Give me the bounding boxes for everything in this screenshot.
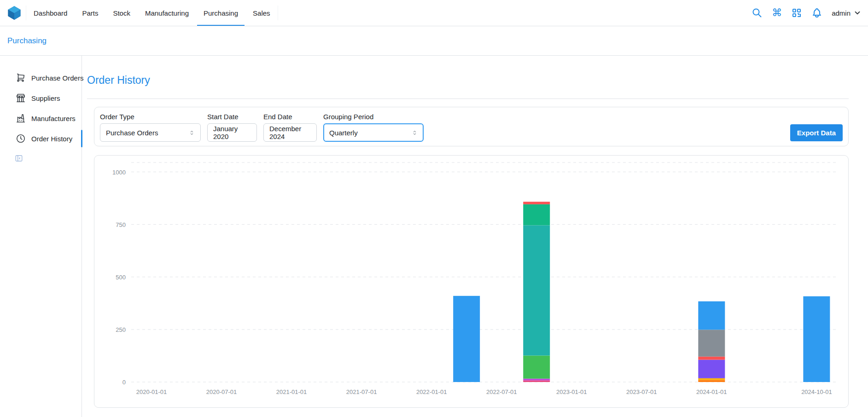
selector-icon: [189, 130, 195, 136]
bar-segment: [698, 301, 725, 330]
nav-tab-purchasing[interactable]: Purchasing: [196, 0, 245, 26]
bar-segment: [523, 202, 550, 204]
x-tick-label: 2020-07-01: [206, 388, 237, 395]
bar-segment: [453, 296, 480, 382]
breadcrumb-purchasing[interactable]: Purchasing: [7, 36, 47, 46]
bar-segment: [523, 380, 550, 382]
content-area: Purchase Orders Suppliers: [0, 56, 868, 417]
nav-tab-stock[interactable]: Stock: [105, 0, 138, 26]
breadcrumb-bar: Purchasing: [0, 26, 868, 56]
page-title: Order History: [87, 74, 849, 87]
x-tick-label: 2024-01-01: [696, 388, 727, 395]
sidebar-label: Purchase Orders: [31, 74, 83, 82]
bar-segment: [523, 379, 550, 381]
app-logo-icon: [6, 5, 22, 21]
y-tick-label: 1000: [112, 169, 126, 176]
bar-segment: [523, 225, 550, 355]
y-tick-label: 750: [116, 221, 126, 228]
username-label: admin: [832, 9, 851, 17]
user-menu[interactable]: admin: [832, 9, 862, 17]
start-date-field: Start Date January 2020: [207, 113, 257, 142]
history-icon: [16, 133, 26, 144]
end-date-field: End Date December 2024: [263, 113, 317, 142]
qr-scan-icon[interactable]: [791, 7, 802, 18]
bar-segment: [698, 378, 725, 380]
x-tick-label: 2024-10-01: [801, 388, 832, 395]
bar-segment: [698, 360, 725, 378]
search-icon[interactable]: [751, 7, 763, 18]
sidebar-label: Manufacturers: [31, 115, 76, 122]
grouping-period-field: Grouping Period Quarterly: [323, 113, 424, 142]
navbar-actions: ⌘ admin: [751, 7, 862, 18]
building-store-icon: [16, 93, 26, 103]
y-tick-label: 500: [116, 274, 126, 281]
start-date-label: Start Date: [207, 113, 257, 121]
sidebar: Purchase Orders Suppliers: [0, 56, 82, 417]
x-tick-label: 2023-01-01: [556, 388, 587, 395]
bell-icon[interactable]: [811, 7, 822, 18]
shopping-cart-icon: [16, 73, 26, 83]
x-tick-label: 2022-01-01: [416, 388, 447, 395]
selector-icon: [412, 130, 418, 136]
order-type-label: Order Type: [100, 113, 201, 121]
y-tick-label: 0: [122, 379, 126, 386]
command-palette-icon[interactable]: ⌘: [772, 8, 782, 18]
x-tick-label: 2022-07-01: [486, 388, 517, 395]
top-navbar: Dashboard Parts Stock Manufacturing Purc…: [0, 0, 868, 26]
x-tick-label: 2021-01-01: [276, 388, 307, 395]
end-date-label: End Date: [263, 113, 317, 121]
app-logo[interactable]: [6, 5, 22, 21]
sidebar-collapse-icon[interactable]: [15, 154, 23, 162]
grouping-period-value: Quarterly: [329, 129, 358, 137]
nav-tab-manufacturing[interactable]: Manufacturing: [138, 0, 196, 26]
bar-segment: [698, 357, 725, 360]
grouping-period-label: Grouping Period: [323, 113, 424, 121]
order-type-value: Purchase Orders: [106, 129, 158, 137]
order-history-chart-card: 025050075010002020-01-012020-07-012021-0…: [94, 155, 849, 408]
sidebar-item-suppliers[interactable]: Suppliers: [0, 88, 82, 108]
order-type-select[interactable]: Purchase Orders: [100, 123, 201, 142]
factory-icon: [16, 113, 26, 123]
bar-segment: [698, 380, 725, 382]
order-history-chart: 025050075010002020-01-012020-07-012021-0…: [94, 156, 848, 407]
main-panel: Order History Order Type Purchase Orders…: [82, 56, 868, 417]
order-type-field: Order Type Purchase Orders: [100, 113, 201, 142]
x-tick-label: 2020-01-01: [136, 388, 167, 395]
bar-segment: [698, 330, 725, 356]
export-data-button[interactable]: Export Data: [790, 124, 843, 141]
bar-segment: [803, 296, 830, 382]
nav-tab-sales[interactable]: Sales: [245, 0, 278, 26]
end-date-value: December 2024: [269, 125, 311, 140]
start-date-value: January 2020: [213, 125, 251, 140]
bar-segment: [523, 355, 550, 378]
grouping-period-select[interactable]: Quarterly: [323, 123, 424, 142]
sidebar-label: Order History: [31, 135, 72, 143]
sidebar-item-manufacturers[interactable]: Manufacturers: [0, 108, 82, 128]
end-date-input[interactable]: December 2024: [263, 123, 317, 142]
sidebar-item-order-history[interactable]: Order History: [0, 128, 82, 149]
sidebar-item-purchase-orders[interactable]: Purchase Orders: [0, 68, 82, 88]
y-tick-label: 250: [116, 326, 126, 333]
sidebar-label: Suppliers: [31, 94, 60, 102]
x-tick-label: 2023-07-01: [626, 388, 657, 395]
tab-separator: [278, 6, 278, 20]
nav-tab-dashboard[interactable]: Dashboard: [26, 0, 75, 26]
main-nav-tabs: Dashboard Parts Stock Manufacturing Purc…: [26, 0, 278, 26]
chevron-down-icon: [853, 9, 862, 17]
bar-segment: [523, 204, 550, 226]
start-date-input[interactable]: January 2020: [207, 123, 257, 142]
filter-panel: Order Type Purchase Orders Start Date Ja…: [94, 107, 849, 146]
title-divider: [87, 98, 849, 99]
nav-tab-parts[interactable]: Parts: [75, 0, 105, 26]
x-tick-label: 2021-07-01: [346, 388, 377, 395]
